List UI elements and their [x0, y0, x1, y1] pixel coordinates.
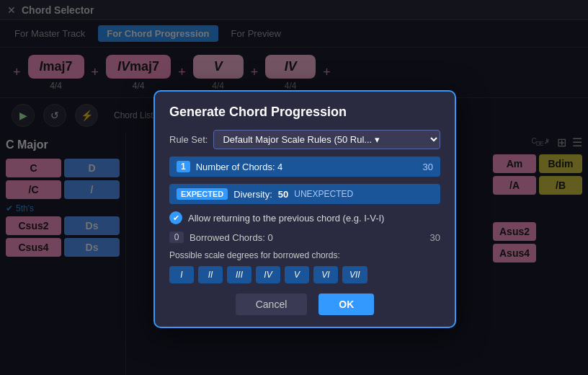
ok-button[interactable]: OK	[318, 294, 374, 315]
degree-III[interactable]: III	[227, 266, 251, 283]
degree-VII[interactable]: VII	[342, 266, 368, 283]
borrowed-max: 30	[430, 232, 440, 243]
borrowed-row: 0 Borrowed Chords: 0 30	[169, 231, 440, 243]
degree-buttons-row: I II III IV V VI VII	[169, 266, 440, 283]
degree-V[interactable]: V	[285, 266, 309, 283]
num-chords-label: Number of Chords: 4	[196, 162, 417, 172]
modal-overlay: Generate Chord Progression Rule Set: Def…	[0, 0, 588, 375]
rule-set-row: Rule Set: Default Major Scale Rules (50 …	[169, 130, 440, 149]
scale-degrees-label: Possible scale degrees for borrowed chor…	[169, 250, 440, 260]
num-chords-max: 30	[423, 162, 433, 172]
degree-I[interactable]: I	[169, 266, 194, 283]
allow-return-label: Allow returning to the previous chord (e…	[188, 213, 384, 224]
degree-II[interactable]: II	[198, 266, 223, 283]
generate-chord-modal: Generate Chord Progression Rule Set: Def…	[153, 90, 456, 328]
rule-set-select[interactable]: Default Major Scale Rules (50 Rul... ▾	[213, 130, 440, 149]
allow-return-checkbox[interactable]: ✔	[169, 211, 182, 224]
degree-VI[interactable]: VI	[313, 266, 338, 283]
num-chords-row: 1 Number of Chords: 4 30	[169, 156, 440, 177]
diversity-label: Diversity:	[233, 189, 272, 200]
rule-set-label: Rule Set:	[169, 134, 208, 145]
diversity-value: 50	[278, 189, 288, 200]
diversity-row: EXPECTED Diversity: 50 UNEXPECTED	[169, 184, 440, 204]
modal-title: Generate Chord Progression	[169, 105, 440, 120]
allow-return-row: ✔ Allow returning to the previous chord …	[169, 211, 440, 224]
degree-IV[interactable]: IV	[256, 266, 280, 283]
unexpected-label: UNEXPECTED	[294, 189, 353, 199]
num-chords-badge: 1	[177, 161, 190, 172]
borrowed-badge: 0	[169, 231, 184, 243]
borrowed-label: Borrowed Chords: 0	[190, 232, 424, 243]
modal-buttons: Cancel OK	[169, 294, 440, 315]
cancel-button[interactable]: Cancel	[236, 294, 308, 315]
expected-badge: EXPECTED	[177, 188, 228, 200]
